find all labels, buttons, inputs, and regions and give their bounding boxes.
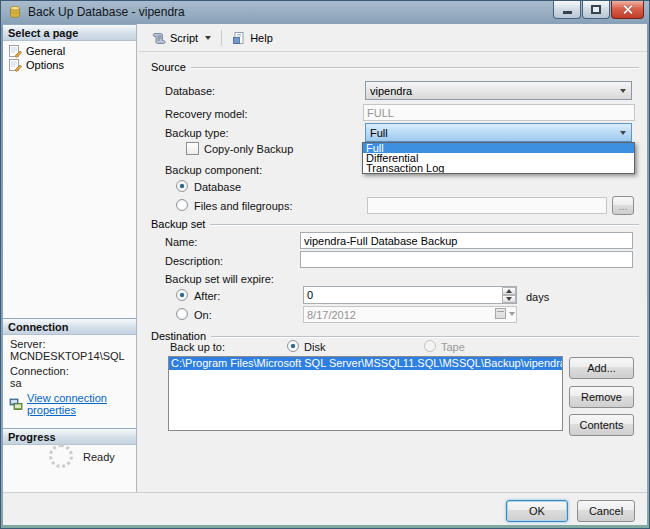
view-connection-properties[interactable]: View connection properties <box>9 392 136 416</box>
database-icon <box>8 5 22 19</box>
name-field[interactable] <box>300 232 633 249</box>
view-connection-properties-link[interactable]: View connection properties <box>27 392 136 416</box>
progress-header: Progress <box>3 428 136 445</box>
backup-type-combobox-value: Full <box>366 127 615 139</box>
calendar-icon <box>495 308 506 319</box>
dialog-client-area: Select a page General Options Connection <box>3 24 647 525</box>
server-value: MCNDESKTOP14\SQL <box>10 350 125 362</box>
dropdown-option-differential[interactable]: Differential <box>363 153 634 163</box>
main-area: Script Help Source <box>138 24 647 492</box>
source-group-header: Source <box>151 61 639 73</box>
form-area: Source Database: vipendra Recovery model… <box>138 52 647 492</box>
arrow-down-icon <box>506 297 512 301</box>
disk-label: Disk <box>304 341 325 353</box>
backup-type-dropdown-list: Full Differential Transaction Log <box>362 142 635 174</box>
files-filegroups-label: Files and filegroups: <box>194 200 292 212</box>
expire-after-label: After: <box>194 290 220 302</box>
contents-button[interactable]: Contents <box>569 414 634 436</box>
chevron-down-icon <box>205 36 211 40</box>
sidebar-item-label: Options <box>26 59 64 71</box>
backup-type-label: Backup type: <box>165 127 229 139</box>
browse-button[interactable]: ... <box>612 196 634 215</box>
sidebar-item-general[interactable]: General <box>8 44 65 58</box>
arrow-up-icon <box>506 289 512 293</box>
script-button[interactable]: Script <box>148 28 202 48</box>
expire-on-label: On: <box>194 309 212 321</box>
ok-button[interactable]: OK <box>506 500 568 522</box>
toolbar-separator <box>221 30 222 46</box>
titlebar[interactable]: Back Up Database - vipendra <box>0 0 650 24</box>
connection-value: sa <box>10 377 22 389</box>
remove-button[interactable]: Remove <box>569 386 634 408</box>
help-icon <box>232 31 246 45</box>
page-icon <box>8 44 22 58</box>
help-button[interactable]: Help <box>228 28 277 48</box>
backup-database-dialog: Back Up Database - vipendra Select a pag… <box>0 0 650 529</box>
add-button[interactable]: Add... <box>569 357 634 379</box>
expire-after-radio[interactable] <box>176 289 188 301</box>
cancel-button[interactable]: Cancel <box>577 500 635 522</box>
recovery-model-field <box>363 104 635 121</box>
destination-path-item[interactable]: C:\Program Files\Microsoft SQL Server\MS… <box>169 357 562 370</box>
window-title: Back Up Database - vipendra <box>28 5 185 19</box>
description-label: Description: <box>165 255 223 267</box>
minimize-icon <box>563 11 572 14</box>
recovery-model-label: Recovery model: <box>165 108 248 120</box>
footer: OK Cancel <box>3 492 647 525</box>
back-up-to-label: Back up to: <box>170 341 225 353</box>
backup-set-group-header: Backup set <box>151 218 639 230</box>
close-button[interactable] <box>611 1 644 19</box>
spin-up-button[interactable] <box>502 287 516 295</box>
database-combobox[interactable]: vipendra <box>365 81 632 100</box>
description-field[interactable] <box>300 251 633 268</box>
component-database-label: Database <box>194 181 241 193</box>
days-label: days <box>526 291 549 303</box>
files-filegroups-radio[interactable] <box>176 199 188 211</box>
copy-only-backup-label: Copy-only Backup <box>204 143 293 155</box>
files-filegroups-field <box>367 197 607 214</box>
copy-only-backup-checkbox[interactable] <box>186 142 199 155</box>
server-label: Server: <box>10 338 45 350</box>
backup-component-label: Backup component: <box>165 164 262 176</box>
script-label: Script <box>170 32 198 44</box>
maximize-icon <box>591 5 601 14</box>
help-label: Help <box>250 32 273 44</box>
spinner-icon <box>49 444 73 468</box>
expire-after-field[interactable] <box>303 286 517 304</box>
connection-label: Connection: <box>10 365 69 377</box>
minimize-button[interactable] <box>553 1 581 19</box>
dropdown-option-transaction-log[interactable]: Transaction Log <box>363 163 634 173</box>
toolbar: Script Help <box>138 24 647 52</box>
expire-on-radio[interactable] <box>176 308 188 320</box>
database-label: Database: <box>165 85 215 97</box>
database-combobox-value: vipendra <box>366 85 615 97</box>
expire-label: Backup set will expire: <box>165 273 274 285</box>
component-database-radio[interactable] <box>176 180 188 192</box>
destination-listbox[interactable]: C:\Program Files\Microsoft SQL Server\MS… <box>168 356 563 431</box>
spin-down-button[interactable] <box>502 295 516 303</box>
backup-type-combobox[interactable]: Full <box>365 123 632 142</box>
disk-radio[interactable] <box>287 340 299 352</box>
script-icon <box>152 31 166 45</box>
sidebar-item-options[interactable]: Options <box>8 58 64 72</box>
arrow-down-icon <box>509 312 515 316</box>
close-icon <box>622 4 633 15</box>
select-page-header: Select a page <box>3 24 136 41</box>
chevron-down-icon[interactable] <box>615 82 631 99</box>
connection-properties-icon <box>9 397 23 411</box>
backup-set-group-label: Backup set <box>151 218 210 230</box>
spinner-buttons <box>502 287 516 303</box>
dropdown-option-full[interactable]: Full <box>363 143 634 153</box>
source-group-label: Source <box>151 61 191 73</box>
sidebar-item-label: General <box>26 45 65 57</box>
expire-after-spinbox <box>303 286 517 304</box>
script-dropdown-button[interactable] <box>202 33 215 43</box>
expire-on-datepicker <box>303 306 517 323</box>
sidebar: Select a page General Options Connection <box>3 24 137 492</box>
maximize-button[interactable] <box>582 1 610 19</box>
progress-status: Ready <box>83 451 115 463</box>
tape-radio <box>424 340 436 352</box>
expire-on-field <box>303 306 517 323</box>
chevron-down-icon[interactable] <box>615 124 631 141</box>
name-label: Name: <box>165 236 197 248</box>
